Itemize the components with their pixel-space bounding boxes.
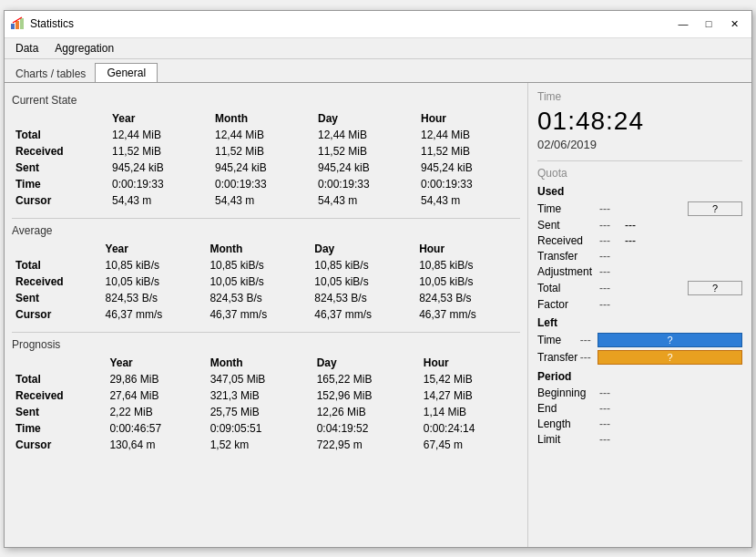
average-table: Year Month Day Hour Total10,85 kiB/s10,8…	[12, 241, 520, 323]
table-cell: 165,22 MiB	[313, 371, 420, 387]
period-beginning-value: ---	[599, 387, 610, 399]
table-cell: 0:00:46:57	[106, 420, 206, 437]
quota-used-total-value: ---	[599, 282, 625, 294]
svg-rect-1	[15, 21, 19, 29]
quota-used-sent-row: Sent --- ---	[537, 219, 742, 232]
table-cell: 11,52 MiB	[211, 143, 314, 160]
table-cell: 1,14 MiB	[420, 404, 520, 420]
table-cell: 945,24 kiB	[211, 160, 314, 176]
quota-used-transfer-label: Transfer	[537, 250, 599, 263]
quota-left-time-btn[interactable]: ?	[598, 333, 742, 347]
current-state-title: Current State	[12, 94, 520, 107]
quota-used-total-btn[interactable]: ?	[688, 281, 742, 295]
table-cell: 130,64 m	[106, 437, 206, 453]
close-button[interactable]: ✕	[722, 15, 746, 33]
table-cell: Total	[12, 127, 108, 143]
menu-aggregation[interactable]: Aggregation	[47, 40, 121, 57]
window-title: Statistics	[30, 17, 671, 30]
table-cell: 824,53 B/s	[415, 290, 520, 306]
quota-used-transfer-row: Transfer ---	[537, 250, 742, 263]
table-cell: Time	[12, 420, 106, 437]
table-cell: Received	[12, 273, 102, 290]
period-limit-value: ---	[599, 433, 610, 446]
minimize-button[interactable]: —	[671, 15, 695, 33]
table-cell: 2,22 MiB	[106, 404, 206, 420]
quota-used-time-btn[interactable]: ?	[688, 201, 742, 216]
quota-left-transfer-value: ---	[580, 351, 598, 364]
quota-used-time-label: Time	[537, 202, 599, 215]
table-cell: Cursor	[12, 437, 106, 453]
table-row: Sent945,24 kiB945,24 kiB945,24 kiB945,24…	[12, 160, 520, 176]
quota-left-transfer-btn[interactable]: ?	[598, 350, 742, 365]
table-row: Cursor54,43 m54,43 m54,43 m54,43 m	[12, 192, 520, 209]
period-length-label: Length	[537, 418, 599, 430]
quota-used-sent-label: Sent	[537, 219, 599, 232]
table-cell: 14,27 MiB	[420, 387, 520, 404]
cs-col-hour: Hour	[417, 110, 520, 127]
table-row: Total10,85 kiB/s10,85 kiB/s10,85 kiB/s10…	[12, 257, 520, 273]
table-cell: 0:00:19:33	[417, 176, 520, 192]
table-cell: 347,05 MiB	[207, 371, 313, 387]
table-cell: 67,45 m	[420, 437, 520, 453]
table-cell: 54,43 m	[314, 192, 417, 209]
table-cell: 12,44 MiB	[314, 127, 417, 143]
cs-col-month: Month	[211, 110, 314, 127]
table-row: Cursor130,64 m1,52 km722,95 m67,45 m	[12, 437, 520, 453]
table-cell: 54,43 m	[417, 192, 520, 209]
menu-data[interactable]: Data	[8, 40, 46, 57]
table-cell: 11,52 MiB	[314, 143, 417, 160]
table-cell: 1,52 km	[207, 437, 313, 453]
app-icon	[10, 16, 25, 31]
cs-col-label	[12, 110, 108, 127]
table-cell: 0:00:19:33	[108, 176, 211, 192]
table-cell: Total	[12, 371, 106, 387]
quota-used-received-value: ---	[599, 234, 625, 247]
quota-used-time-value: ---	[599, 202, 625, 215]
titlebar: Statistics — □ ✕	[5, 11, 751, 38]
quota-left-transfer-label: Transfer	[537, 351, 580, 364]
menubar: Data Aggregation	[5, 38, 751, 59]
table-cell: 12,44 MiB	[417, 127, 520, 143]
svg-rect-2	[20, 18, 24, 29]
left-title: Left	[537, 316, 742, 329]
table-cell: 10,85 kiB/s	[102, 257, 207, 273]
table-cell: 0:04:19:52	[313, 420, 420, 437]
table-cell: 321,3 MiB	[207, 387, 313, 404]
table-cell: Sent	[12, 404, 106, 420]
tabs-area: Charts / tables General	[5, 59, 751, 82]
avg-col-hour: Hour	[415, 241, 520, 257]
quota-section-title: Quota	[537, 167, 742, 180]
table-row: Sent824,53 B/s824,53 B/s824,53 B/s824,53…	[12, 290, 520, 306]
maximize-button[interactable]: □	[697, 15, 720, 33]
prog-col-hour: Hour	[420, 355, 520, 371]
table-cell: 10,05 kiB/s	[102, 273, 207, 290]
quota-used-sent-value: ---	[599, 219, 625, 232]
table-cell: 152,96 MiB	[313, 387, 420, 404]
period-end-value: ---	[599, 402, 610, 415]
quota-used-factor-row: Factor ---	[537, 298, 742, 311]
period-length-value: ---	[599, 418, 610, 430]
table-row: Received27,64 MiB321,3 MiB152,96 MiB14,2…	[12, 387, 520, 404]
tab-general[interactable]: General	[95, 63, 158, 82]
table-cell: 824,53 B/s	[102, 290, 207, 306]
table-cell: 824,53 B/s	[311, 290, 415, 306]
avg-col-label	[12, 241, 102, 257]
avg-col-day: Day	[311, 241, 415, 257]
period-beginning-label: Beginning	[537, 387, 599, 399]
table-cell: 0:00:19:33	[314, 176, 417, 192]
quota-used-factor-label: Factor	[537, 298, 599, 311]
table-row: Received11,52 MiB11,52 MiB11,52 MiB11,52…	[12, 143, 520, 160]
quota-used-total-row: Total --- ?	[537, 281, 742, 295]
table-cell: Sent	[12, 290, 102, 306]
table-cell: 27,64 MiB	[106, 387, 206, 404]
table-cell: Cursor	[12, 306, 102, 323]
table-row: Total29,86 MiB347,05 MiB165,22 MiB15,42 …	[12, 371, 520, 387]
prognosis-table: Year Month Day Hour Total29,86 MiB347,05…	[12, 355, 520, 453]
quota-used-transfer-value: ---	[599, 250, 625, 263]
right-panel: Time 01:48:24 02/06/2019 Quota Used Time…	[528, 83, 751, 547]
quota-used-factor-value: ---	[599, 298, 625, 311]
quota-used-time-row: Time --- ?	[537, 201, 742, 216]
table-cell: 25,75 MiB	[207, 404, 313, 420]
right-divider-1	[537, 160, 742, 161]
table-cell: 10,05 kiB/s	[311, 273, 415, 290]
